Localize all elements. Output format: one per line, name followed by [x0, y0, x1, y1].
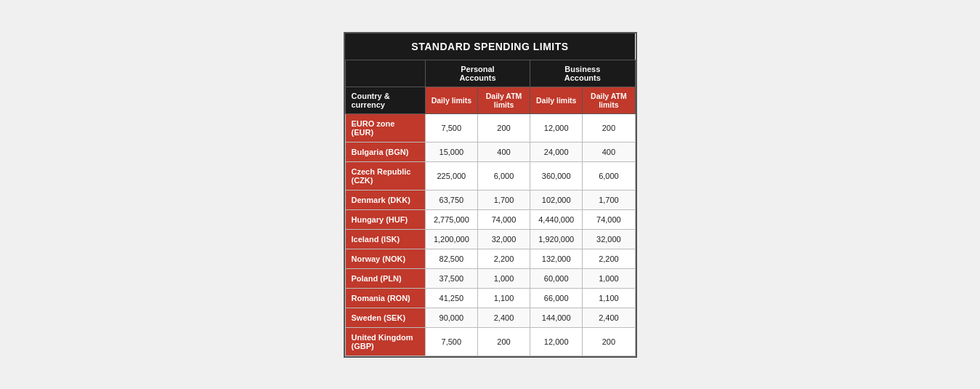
header-business-accounts: BusinessAccounts: [530, 60, 635, 87]
business-daily-limit: 60,000: [530, 268, 583, 288]
personal-atm-limit: 1,700: [477, 190, 530, 209]
business-atm-limit: 200: [583, 327, 635, 356]
personal-atm-limit: 6,000: [477, 161, 530, 190]
country-name: United Kingdom (GBP): [345, 327, 425, 356]
business-atm-limit: 400: [583, 142, 635, 161]
business-daily-limit: 24,000: [530, 142, 583, 161]
personal-daily-limit: 225,000: [425, 161, 477, 190]
personal-atm-limit: 2,400: [477, 308, 530, 327]
business-atm-limit: 200: [583, 113, 635, 142]
country-name: Bulgaria (BGN): [345, 142, 425, 161]
table-row: Romania (RON)41,2501,10066,0001,100: [345, 288, 635, 308]
personal-daily-limit: 1,200,000: [425, 229, 477, 249]
header-group-row: PersonalAccounts BusinessAccounts: [345, 60, 635, 87]
business-atm-limit: 1,100: [583, 288, 635, 308]
personal-daily-limit: 37,500: [425, 268, 477, 288]
personal-atm-limit: 74,000: [477, 209, 530, 229]
table-row: Hungary (HUF)2,775,00074,0004,440,00074,…: [345, 209, 635, 229]
country-name: Poland (PLN): [345, 268, 425, 288]
business-atm-limit: 1,000: [583, 268, 635, 288]
business-daily-limit: 12,000: [530, 113, 583, 142]
subheader-country: Country & currency: [345, 87, 425, 113]
personal-atm-limit: 400: [477, 142, 530, 161]
business-atm-limit: 2,400: [583, 308, 635, 327]
personal-daily-limit: 15,000: [425, 142, 477, 161]
business-atm-limit: 6,000: [583, 161, 635, 190]
country-name: Iceland (ISK): [345, 229, 425, 249]
personal-atm-limit: 2,200: [477, 249, 530, 268]
business-daily-limit: 1,920,000: [530, 229, 583, 249]
header-personal-accounts: PersonalAccounts: [425, 60, 530, 87]
country-name: EURO zone (EUR): [345, 113, 425, 142]
business-daily-limit: 360,000: [530, 161, 583, 190]
country-name: Denmark (DKK): [345, 190, 425, 209]
subheader-business-daily: Daily limits: [530, 87, 583, 113]
spending-limits-table: STANDARD SPENDING LIMITS PersonalAccount…: [345, 33, 636, 356]
personal-atm-limit: 1,000: [477, 268, 530, 288]
business-daily-limit: 102,000: [530, 190, 583, 209]
country-name: Hungary (HUF): [345, 209, 425, 229]
personal-atm-limit: 200: [477, 113, 530, 142]
table-row: Sweden (SEK)90,0002,400144,0002,400: [345, 308, 635, 327]
table-row: Iceland (ISK)1,200,00032,0001,920,00032,…: [345, 229, 635, 249]
personal-daily-limit: 82,500: [425, 249, 477, 268]
business-atm-limit: 74,000: [583, 209, 635, 229]
table-row: United Kingdom (GBP)7,50020012,000200: [345, 327, 635, 356]
personal-daily-limit: 7,500: [425, 327, 477, 356]
spending-limits-table-wrapper: STANDARD SPENDING LIMITS PersonalAccount…: [344, 32, 637, 358]
business-daily-limit: 132,000: [530, 249, 583, 268]
business-daily-limit: 66,000: [530, 288, 583, 308]
country-name: Norway (NOK): [345, 249, 425, 268]
table-row: Poland (PLN)37,5001,00060,0001,000: [345, 268, 635, 288]
business-atm-limit: 32,000: [583, 229, 635, 249]
business-atm-limit: 2,200: [583, 249, 635, 268]
business-daily-limit: 12,000: [530, 327, 583, 356]
personal-atm-limit: 1,100: [477, 288, 530, 308]
business-daily-limit: 4,440,000: [530, 209, 583, 229]
title-row: STANDARD SPENDING LIMITS: [345, 33, 635, 60]
table-row: Bulgaria (BGN)15,00040024,000400: [345, 142, 635, 161]
personal-daily-limit: 7,500: [425, 113, 477, 142]
table-row: Czech Republic (CZK)225,0006,000360,0006…: [345, 161, 635, 190]
personal-daily-limit: 41,250: [425, 288, 477, 308]
personal-daily-limit: 63,750: [425, 190, 477, 209]
country-name: Sweden (SEK): [345, 308, 425, 327]
business-daily-limit: 144,000: [530, 308, 583, 327]
country-name: Romania (RON): [345, 288, 425, 308]
personal-daily-limit: 2,775,000: [425, 209, 477, 229]
subheader-row: Country & currency Daily limits Daily AT…: [345, 87, 635, 113]
personal-atm-limit: 200: [477, 327, 530, 356]
personal-atm-limit: 32,000: [477, 229, 530, 249]
country-name: Czech Republic (CZK): [345, 161, 425, 190]
table-row: EURO zone (EUR)7,50020012,000200: [345, 113, 635, 142]
table-title: STANDARD SPENDING LIMITS: [345, 33, 635, 60]
personal-daily-limit: 90,000: [425, 308, 477, 327]
subheader-business-atm: Daily ATM limits: [583, 87, 635, 113]
table-row: Norway (NOK)82,5002,200132,0002,200: [345, 249, 635, 268]
subheader-personal-daily: Daily limits: [425, 87, 477, 113]
table-row: Denmark (DKK)63,7501,700102,0001,700: [345, 190, 635, 209]
header-country-empty: [345, 60, 425, 87]
business-atm-limit: 1,700: [583, 190, 635, 209]
subheader-personal-atm: Daily ATM limits: [477, 87, 530, 113]
